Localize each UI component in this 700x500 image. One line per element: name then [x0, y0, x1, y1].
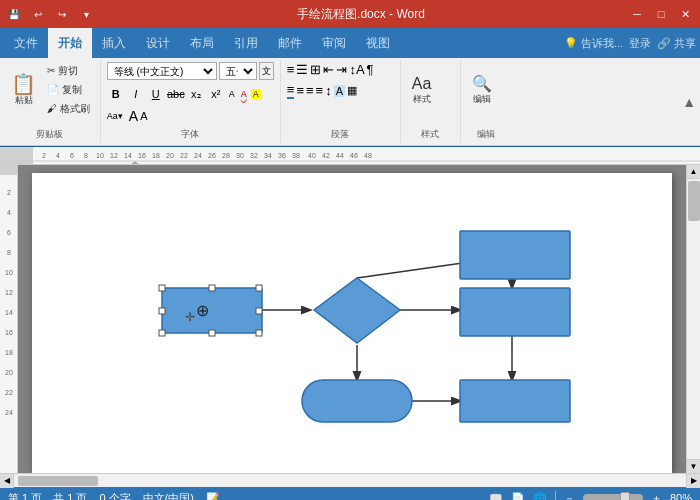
shape-rect2[interactable]: [460, 288, 570, 336]
page-count: 第 1 页，共 1 页: [8, 491, 87, 501]
decrease-indent-button[interactable]: ⇤: [323, 62, 334, 77]
shape-rect3[interactable]: [460, 231, 570, 279]
sort-button[interactable]: ↕A: [349, 62, 364, 77]
superscript-button[interactable]: x²: [207, 85, 225, 103]
shape-stadium1[interactable]: [302, 380, 412, 422]
help-search[interactable]: 💡 告诉我...: [564, 36, 623, 51]
align-right-button[interactable]: ≡: [306, 83, 314, 98]
zoom-in-button[interactable]: ＋: [651, 491, 662, 501]
svg-text:34: 34: [264, 152, 272, 159]
text-effects-button[interactable]: A: [227, 89, 237, 99]
shape-rect4[interactable]: [460, 380, 570, 422]
scroll-left-button[interactable]: ◀: [0, 474, 14, 488]
svg-text:10: 10: [96, 152, 104, 159]
customize-qat-button[interactable]: ▾: [76, 4, 96, 24]
line-spacing-button[interactable]: ↕: [325, 83, 332, 98]
numbering-button[interactable]: ☰: [296, 62, 308, 77]
styles-button[interactable]: Aa 样式: [407, 62, 437, 118]
font-size-label[interactable]: 文: [259, 62, 274, 80]
font-name-select[interactable]: 等线 (中文正文): [107, 62, 217, 80]
svg-text:40: 40: [308, 152, 316, 159]
copy-button[interactable]: 📄 复制: [43, 81, 94, 99]
scroll-down-button[interactable]: ▼: [687, 459, 701, 473]
cut-button[interactable]: ✂ 剪切: [43, 62, 94, 80]
tab-view[interactable]: 视图: [356, 28, 400, 58]
minimize-button[interactable]: ─: [626, 4, 648, 24]
language: 中文(中国): [143, 491, 194, 501]
view-print-button[interactable]: 📄: [511, 492, 525, 501]
svg-text:22: 22: [180, 152, 188, 159]
login-button[interactable]: 登录: [629, 36, 651, 51]
view-read-button[interactable]: 📖: [489, 492, 503, 501]
format-painter-button[interactable]: 🖌 格式刷: [43, 100, 94, 118]
increase-indent-button[interactable]: ⇥: [336, 62, 347, 77]
flowchart-canvas[interactable]: ⊕ ✛: [32, 173, 672, 463]
align-left-button[interactable]: ≡: [287, 82, 295, 99]
document-area[interactable]: ⊕ ✛: [18, 165, 686, 473]
bullets-button[interactable]: ≡: [287, 62, 295, 77]
vertical-ruler: 2 4 6 8 10 12 14 16 18 20 22 24: [0, 165, 18, 473]
redo-button[interactable]: ↪: [52, 4, 72, 24]
highlight-button[interactable]: A: [251, 89, 261, 99]
tab-layout[interactable]: 布局: [180, 28, 224, 58]
shape-diamond1[interactable]: [314, 278, 400, 343]
bold-button[interactable]: B: [107, 85, 125, 103]
tab-mailings[interactable]: 邮件: [268, 28, 312, 58]
svg-rect-53: [159, 308, 165, 314]
svg-text:30: 30: [236, 152, 244, 159]
justify-button[interactable]: ≡: [316, 83, 324, 98]
scroll-right-button[interactable]: ▶: [686, 474, 700, 488]
underline-button[interactable]: U: [147, 85, 165, 103]
strikethrough-button[interactable]: abc: [167, 85, 185, 103]
share-button[interactable]: 🔗 共享: [657, 36, 696, 51]
tab-review[interactable]: 审阅: [312, 28, 356, 58]
svg-text:48: 48: [364, 152, 372, 159]
font-color-button[interactable]: A: [239, 89, 249, 99]
tab-insert[interactable]: 插入: [92, 28, 136, 58]
italic-button[interactable]: I: [127, 85, 145, 103]
main-area: 2 4 6 8 10 12 14 16 18 20 22 24: [0, 165, 700, 473]
ribbon-tabs: 文件 开始 插入 设计 布局 引用 邮件 审阅 视图 💡 告诉我... 登录 🔗…: [0, 28, 700, 58]
horizontal-ruler: 2 4 6 8 10 12 14 16 18 20 22 24 26 28 30…: [0, 147, 700, 165]
zoom-level[interactable]: 80%: [670, 492, 692, 500]
borders-button[interactable]: ▦: [347, 84, 357, 97]
editing-group: 🔍 编辑 编辑: [461, 60, 511, 143]
undo-button[interactable]: ↩: [28, 4, 48, 24]
track-changes-icon: 📝: [206, 492, 220, 501]
svg-text:10: 10: [5, 269, 13, 276]
align-center-button[interactable]: ≡: [296, 83, 304, 98]
shading-button[interactable]: A: [334, 85, 345, 97]
vertical-scrollbar[interactable]: ▲ ▼: [686, 165, 700, 473]
tab-design[interactable]: 设计: [136, 28, 180, 58]
restore-button[interactable]: □: [650, 4, 672, 24]
svg-text:32: 32: [250, 152, 258, 159]
save-button[interactable]: 💾: [4, 4, 24, 24]
increase-font-button[interactable]: A: [129, 108, 138, 124]
editing-button[interactable]: 🔍 编辑: [467, 62, 497, 118]
view-web-button[interactable]: 🌐: [533, 492, 547, 501]
close-button[interactable]: ✕: [674, 4, 696, 24]
svg-text:22: 22: [5, 389, 13, 396]
scroll-up-button[interactable]: ▲: [687, 165, 701, 179]
svg-text:18: 18: [152, 152, 160, 159]
svg-text:44: 44: [336, 152, 344, 159]
decrease-font-button[interactable]: A: [140, 110, 147, 122]
tab-references[interactable]: 引用: [224, 28, 268, 58]
collapse-ribbon-button[interactable]: ▲: [678, 60, 700, 143]
font-size-select[interactable]: 五号: [219, 62, 257, 80]
horizontal-scrollbar[interactable]: ◀ ▶: [0, 473, 700, 487]
svg-text:18: 18: [5, 349, 13, 356]
shape-rect1[interactable]: [162, 288, 262, 333]
multilevel-list-button[interactable]: ⊞: [310, 62, 321, 77]
zoom-out-button[interactable]: －: [564, 491, 575, 501]
tab-home[interactable]: 开始: [48, 28, 92, 58]
scroll-thumb[interactable]: [688, 181, 700, 221]
tab-file[interactable]: 文件: [4, 28, 48, 58]
svg-text:24: 24: [194, 152, 202, 159]
svg-text:14: 14: [124, 152, 132, 159]
h-scroll-thumb[interactable]: [18, 476, 98, 486]
paste-button[interactable]: 📋 粘贴: [6, 62, 41, 118]
show-formatting-button[interactable]: ¶: [367, 62, 374, 77]
styles-group: Aa 样式 样式: [401, 60, 461, 143]
subscript-button[interactable]: x₂: [187, 85, 205, 103]
